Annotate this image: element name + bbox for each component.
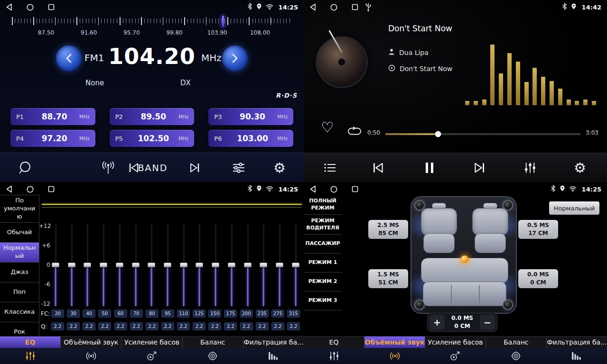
equalizer-button[interactable] [524,162,536,173]
progress-knob[interactable] [435,131,441,137]
eq-band-slider[interactable] [211,224,220,306]
eq-band-slider[interactable] [195,224,204,306]
settings-gear-icon[interactable]: ⚙ [574,161,586,174]
surround-tab-icon[interactable] [61,348,121,364]
fc-chip[interactable]: 40 [83,309,95,318]
slider-handle[interactable] [276,263,283,267]
nav-back-button[interactable] [309,3,316,11]
q-chip[interactable]: 2.2 [177,322,190,330]
balance-tab-icon[interactable] [182,348,243,364]
surround-preset-button[interactable]: Нормальный [549,201,599,215]
eq-preset-item[interactable]: Нормальный [0,243,39,263]
band-button[interactable]: BAND [138,163,168,173]
nav-recents-button[interactable] [352,186,358,192]
next-track-button[interactable] [473,162,486,174]
delay-front-left[interactable]: 2.5 MS 85 CM [368,220,408,239]
surround-mode-item[interactable]: ПАССАЖИР [304,235,342,254]
audio-tab[interactable]: EQ [304,337,364,348]
eq-band-slider[interactable] [275,224,284,306]
fc-chip[interactable]: 200 [240,309,253,318]
settings-gear-icon[interactable]: ⚙ [273,161,286,174]
delay-rear-left[interactable]: 1.5 MS 51 CM [368,269,408,288]
q-chip[interactable]: 2.2 [240,322,253,330]
q-chip[interactable]: 2.2 [271,322,284,330]
repeat-button[interactable] [347,126,362,138]
fc-chip[interactable]: 80 [146,309,159,318]
audio-tab[interactable]: Объёмный звук [61,337,121,348]
q-chip[interactable]: 2.2 [114,322,127,330]
eq-preset-item[interactable]: Обычай [0,223,39,243]
slider-handle[interactable] [164,263,171,267]
nav-recents-button[interactable] [48,186,55,192]
audio-tab[interactable]: Усиление басов [121,337,182,348]
q-chip[interactable]: 2.2 [224,322,237,330]
q-chip[interactable]: 2.2 [287,322,300,330]
delay-decrease-button[interactable]: − [480,315,495,330]
slider-handle[interactable] [260,263,267,267]
eq-band-slider[interactable] [227,224,236,306]
audio-settings-button[interactable] [232,163,245,173]
nav-back-button[interactable] [6,185,12,193]
fc-chip[interactable]: 175 [224,309,237,318]
nav-home-button[interactable] [330,4,337,11]
preset-button[interactable]: P1 88.70 MHz [10,108,95,125]
surround-mode-item[interactable]: РЕЖИМ 2 [304,273,342,291]
q-chip[interactable]: 2.2 [193,322,205,330]
eq-band-slider[interactable] [115,224,124,306]
nav-recents-button[interactable] [48,4,55,10]
preset-button[interactable]: P4 97.20 MHz [10,130,95,147]
nav-home-button[interactable] [27,4,34,11]
fc-chip[interactable]: 150 [208,309,221,318]
q-chip[interactable]: 2.2 [130,322,143,330]
slider-handle[interactable] [132,263,140,267]
delay-front-right[interactable]: 0.5 MS 17 CM [518,220,558,239]
playlist-button[interactable] [324,163,336,173]
fc-chip[interactable]: 235 [256,309,269,318]
eq-band-slider[interactable] [83,224,92,306]
slider-handle[interactable] [52,263,59,267]
fc-chip[interactable]: 95 [161,309,174,318]
slider-handle[interactable] [196,263,203,267]
q-chip[interactable]: 2.2 [83,322,95,330]
eq-tab-icon[interactable] [304,348,364,364]
fc-chip[interactable]: 110 [177,309,190,318]
nav-home-button[interactable] [27,186,34,193]
slider-handle[interactable] [116,263,123,267]
bass-boost-tab-icon[interactable] [121,348,182,364]
q-chip[interactable]: 2.2 [161,322,174,330]
audio-tab[interactable]: Объёмный звук [364,337,425,348]
progress-bar[interactable] [385,133,581,135]
fc-chip[interactable]: 315 [287,309,300,318]
broadcast-button[interactable] [102,161,115,174]
eq-band-slider[interactable] [99,224,108,306]
audio-tab[interactable]: Баланс [486,337,547,348]
fc-chip[interactable]: 275 [271,309,284,318]
nav-home-button[interactable] [330,186,337,193]
eq-band-slider[interactable] [67,224,76,306]
fc-chip[interactable]: 30 [67,309,80,318]
fc-chip[interactable]: 20 [51,309,64,318]
fc-chip[interactable]: 70 [130,309,143,318]
listening-position-marker[interactable] [461,255,468,263]
nav-back-button[interactable] [309,185,316,193]
scan-button[interactable] [18,161,32,175]
next-station-button[interactable] [188,162,201,173]
fc-chip[interactable]: 125 [193,309,205,318]
eq-preset-item[interactable]: Поп [0,282,39,302]
q-chip[interactable]: 2.2 [67,322,80,330]
eq-band-slider[interactable] [291,224,300,306]
preset-button[interactable]: P6 103.00 MHz [208,130,293,147]
q-chip[interactable]: 2.2 [208,322,221,330]
fc-chip[interactable]: 50 [98,309,111,318]
eq-band-slider[interactable] [243,224,252,306]
nav-back-button[interactable] [6,3,12,11]
previous-track-button[interactable] [372,162,385,174]
eq-band-slider[interactable] [51,224,60,306]
audio-tab[interactable]: Баланс [183,337,243,348]
eq-preset-item[interactable]: По умолчанию [0,195,39,223]
pause-button[interactable] [425,162,434,174]
q-chip[interactable]: 2.2 [256,322,269,330]
nav-recents-button[interactable] [352,4,358,10]
eq-band-slider[interactable] [163,224,172,306]
surround-mode-item[interactable]: РЕЖИМ 3 [304,291,342,310]
